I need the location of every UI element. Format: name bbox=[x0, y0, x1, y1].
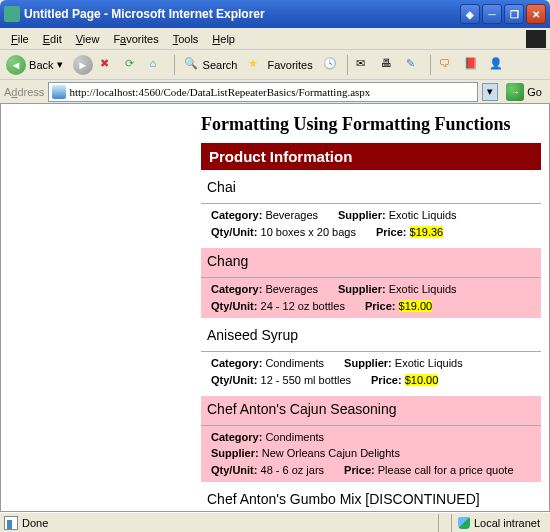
supplier-value: Exotic Liquids bbox=[389, 209, 457, 221]
address-input[interactable] bbox=[69, 86, 474, 98]
edit-button[interactable]: ✎ bbox=[403, 54, 425, 76]
content-area[interactable]: Formatting Using Formatting Functions Pr… bbox=[0, 104, 550, 512]
stop-button[interactable]: ✖ bbox=[97, 54, 119, 76]
price-value: $19.00 bbox=[399, 300, 433, 312]
titlebar: Untitled Page - Microsoft Internet Explo… bbox=[0, 0, 550, 28]
price-label: Price: bbox=[371, 374, 402, 386]
menu-view[interactable]: View bbox=[69, 31, 107, 47]
supplier-label: Supplier: bbox=[338, 283, 386, 295]
doc-icon bbox=[4, 516, 18, 530]
maximize-button[interactable]: ❐ bbox=[504, 4, 524, 24]
go-button[interactable]: →Go bbox=[502, 83, 546, 101]
back-button[interactable]: ◄ Back ▾ bbox=[4, 54, 69, 76]
product-item: ChaiCategory: BeveragesSupplier: Exotic … bbox=[201, 174, 541, 244]
category-value: Beverages bbox=[265, 283, 318, 295]
product-name: Chang bbox=[201, 248, 541, 278]
mail-button[interactable]: ✉ bbox=[353, 54, 375, 76]
category-value: Beverages bbox=[265, 209, 318, 221]
window-title: Untitled Page - Microsoft Internet Explo… bbox=[24, 7, 460, 21]
qty-label: Qty/Unit: bbox=[211, 464, 257, 476]
product-item: ChangCategory: BeveragesSupplier: Exotic… bbox=[201, 248, 541, 318]
supplier-value: Exotic Liquids bbox=[389, 283, 457, 295]
status-text: Done bbox=[22, 517, 48, 529]
category-label: Category: bbox=[211, 357, 262, 369]
product-name: Aniseed Syrup bbox=[201, 322, 541, 352]
category-value: Condiments bbox=[265, 431, 324, 443]
minimize-button[interactable]: ─ bbox=[482, 4, 502, 24]
product-name: Chai bbox=[201, 174, 541, 204]
page-heading: Formatting Using Formatting Functions bbox=[201, 114, 549, 135]
category-label: Category: bbox=[211, 283, 262, 295]
category-label: Category: bbox=[211, 431, 262, 443]
qty-label: Qty/Unit: bbox=[211, 226, 257, 238]
research-button[interactable]: 📕 bbox=[461, 54, 483, 76]
product-name: Chef Anton's Cajun Seasoning bbox=[201, 396, 541, 426]
forward-button[interactable]: ► bbox=[72, 54, 94, 76]
print-button[interactable]: 🖶 bbox=[378, 54, 400, 76]
product-item: Aniseed SyrupCategory: CondimentsSupplie… bbox=[201, 322, 541, 392]
discuss-button[interactable]: 🗨 bbox=[436, 54, 458, 76]
menu-edit[interactable]: Edit bbox=[36, 31, 69, 47]
address-dropdown[interactable]: ▾ bbox=[482, 83, 498, 101]
messenger-button[interactable]: 👤 bbox=[486, 54, 508, 76]
page-icon bbox=[52, 85, 66, 99]
price-value: $10.00 bbox=[405, 374, 439, 386]
menu-file[interactable]: File bbox=[4, 31, 36, 47]
product-item: Chef Anton's Cajun SeasoningCategory: Co… bbox=[201, 396, 541, 482]
qty-value: 24 - 12 oz bottles bbox=[261, 300, 345, 312]
supplier-value: Exotic Liquids bbox=[395, 357, 463, 369]
price-value: Please call for a price quote bbox=[378, 464, 514, 476]
home-button[interactable]: ⌂ bbox=[147, 54, 169, 76]
qty-value: 48 - 6 oz jars bbox=[261, 464, 325, 476]
favorites-button[interactable]: ★Favorites bbox=[244, 54, 316, 76]
zone-icon bbox=[458, 517, 470, 529]
toolbar: ◄ Back ▾ ► ✖ ⟳ ⌂ 🔍Search ★Favorites 🕓 ✉ … bbox=[0, 50, 550, 80]
status-bar: Done Local intranet bbox=[0, 512, 550, 532]
qty-label: Qty/Unit: bbox=[211, 300, 257, 312]
ie-icon bbox=[4, 6, 20, 22]
history-button[interactable]: 🕓 bbox=[320, 54, 342, 76]
address-field[interactable] bbox=[48, 82, 478, 102]
product-item: Chef Anton's Gumbo Mix [DISCONTINUED]Cat… bbox=[201, 486, 541, 512]
close-button[interactable]: ✕ bbox=[526, 4, 546, 24]
zone-text: Local intranet bbox=[474, 517, 540, 529]
price-label: Price: bbox=[344, 464, 375, 476]
price-label: Price: bbox=[365, 300, 396, 312]
price-label: Price: bbox=[376, 226, 407, 238]
zone-pane: Local intranet bbox=[451, 514, 546, 532]
qty-value: 10 boxes x 20 bags bbox=[261, 226, 356, 238]
status-pane bbox=[438, 514, 451, 532]
window-buttons: ◈ ─ ❐ ✕ bbox=[460, 4, 546, 24]
product-name: Chef Anton's Gumbo Mix [DISCONTINUED] bbox=[201, 486, 541, 512]
category-label: Category: bbox=[211, 209, 262, 221]
menu-tools[interactable]: Tools bbox=[166, 31, 206, 47]
supplier-label: Supplier: bbox=[344, 357, 392, 369]
separator bbox=[174, 55, 175, 75]
menubar: File Edit View Favorites Tools Help bbox=[0, 28, 550, 50]
separator bbox=[430, 55, 431, 75]
qty-value: 12 - 550 ml bottles bbox=[261, 374, 352, 386]
category-value: Condiments bbox=[265, 357, 324, 369]
menu-help[interactable]: Help bbox=[205, 31, 242, 47]
price-value: $19.36 bbox=[410, 226, 444, 238]
qty-label: Qty/Unit: bbox=[211, 374, 257, 386]
separator bbox=[347, 55, 348, 75]
search-button[interactable]: 🔍Search bbox=[180, 54, 242, 76]
supplier-label: Supplier: bbox=[211, 447, 259, 459]
address-label: Address bbox=[4, 86, 44, 98]
refresh-button[interactable]: ⟳ bbox=[122, 54, 144, 76]
info-banner: Product Information bbox=[201, 143, 541, 170]
alt-button[interactable]: ◈ bbox=[460, 4, 480, 24]
menu-favorites[interactable]: Favorites bbox=[106, 31, 165, 47]
supplier-value: New Orleans Cajun Delights bbox=[262, 447, 400, 459]
supplier-label: Supplier: bbox=[338, 209, 386, 221]
throbber-icon bbox=[526, 30, 546, 48]
address-bar: Address ▾ →Go bbox=[0, 80, 550, 104]
